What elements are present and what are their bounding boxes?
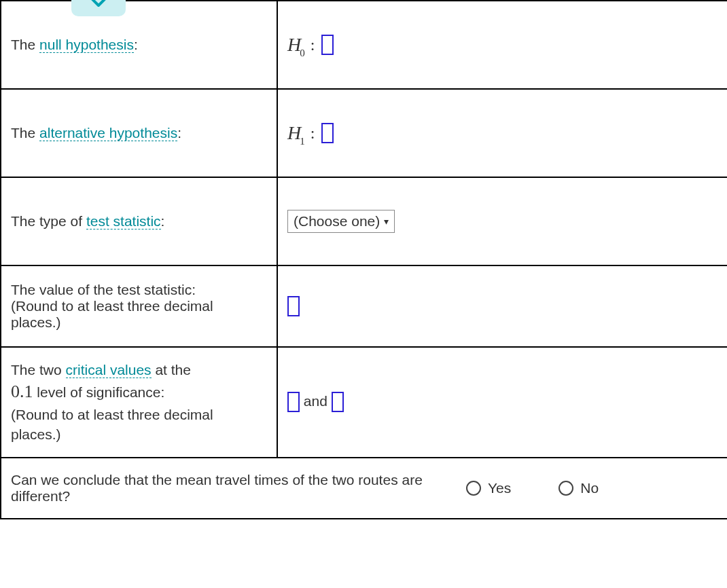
text: : <box>177 125 181 141</box>
no-option[interactable]: No <box>558 480 599 496</box>
h1-symbol: H1 <box>287 122 306 144</box>
text: : <box>134 37 138 52</box>
critical-value-1-input[interactable] <box>287 392 300 412</box>
row-value-label: The value of the test statistic: (Round … <box>1 265 277 347</box>
row-type-value: (Choose one) ▾ <box>277 177 727 265</box>
text: Can we conclude that the mean travel tim… <box>11 472 423 504</box>
radio-icon <box>466 481 481 496</box>
h0-symbol: H0 <box>287 34 306 56</box>
row-alt-value: H1 : <box>277 89 727 177</box>
hypothesis-test-table: The null hypothesis: H0 : The alternativ… <box>0 0 727 519</box>
text: level of significance: <box>33 384 165 400</box>
text: The <box>11 125 39 141</box>
row-critical-label: The two critical values at the 0.1 level… <box>1 347 277 458</box>
text: : <box>161 213 165 229</box>
test-statistic-link[interactable]: test statistic <box>86 213 161 229</box>
row-null-value: H0 : <box>277 1 727 89</box>
text: The <box>11 37 39 52</box>
text: The value of the test statistic: <box>11 282 267 298</box>
text: (Round to at least three decimal places.… <box>11 407 213 442</box>
row-alt-label: The alternative hypothesis: <box>1 89 277 177</box>
yes-option[interactable]: Yes <box>466 480 511 496</box>
conclusion-question: Can we conclude that the mean travel tim… <box>1 458 436 518</box>
text: at the <box>152 362 191 378</box>
and-text: and <box>304 393 332 409</box>
critical-value-2-input[interactable] <box>332 392 344 412</box>
row-value-input-cell <box>277 265 727 347</box>
chevron-down-icon <box>88 0 109 9</box>
significance-level: 0.1 <box>11 382 33 401</box>
test-statistic-value-input[interactable] <box>287 296 300 316</box>
critical-values-link[interactable]: critical values <box>66 362 152 378</box>
colon: : <box>306 124 322 143</box>
row-type-label: The type of test statistic: <box>1 177 277 265</box>
null-hypothesis-link[interactable]: null hypothesis <box>39 37 134 53</box>
text: (Round to at least three decimal places.… <box>11 298 267 331</box>
no-label: No <box>580 480 599 496</box>
colon: : <box>306 36 322 54</box>
conclusion-options: Yes No <box>436 458 727 518</box>
radio-icon <box>558 481 573 496</box>
test-statistic-select[interactable]: (Choose one) ▾ <box>287 210 395 233</box>
expand-toggle[interactable] <box>71 0 126 16</box>
h1-input[interactable] <box>321 123 334 143</box>
select-label: (Choose one) <box>294 213 380 229</box>
yes-label: Yes <box>488 480 511 496</box>
text: The two <box>11 362 66 378</box>
row-null-label: The null hypothesis: <box>1 1 277 89</box>
chevron-down-icon: ▾ <box>384 216 389 227</box>
row-critical-inputs: and <box>277 347 727 458</box>
text: The type of <box>11 213 86 229</box>
h0-input[interactable] <box>321 35 334 55</box>
alternative-hypothesis-link[interactable]: alternative hypothesis <box>39 125 177 141</box>
